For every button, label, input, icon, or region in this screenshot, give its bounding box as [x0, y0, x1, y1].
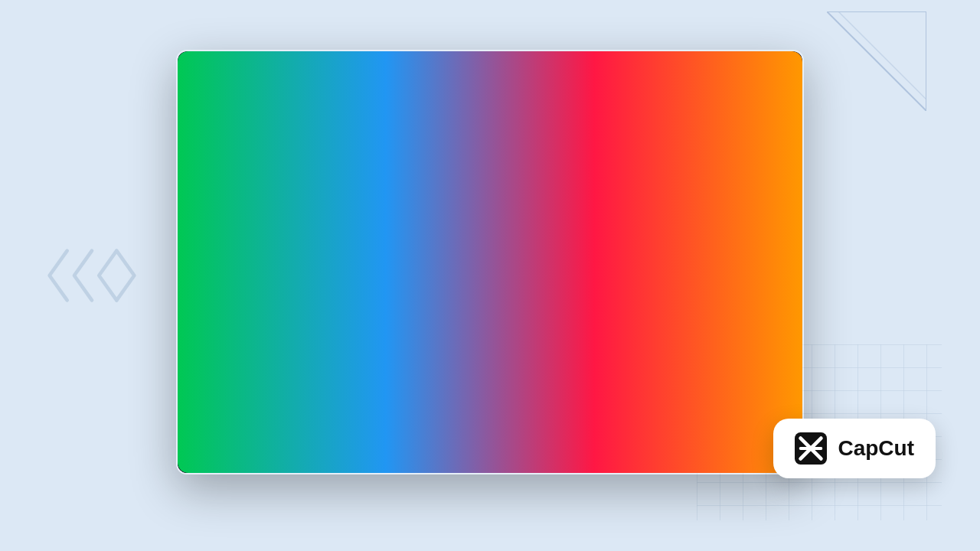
- sparkle-red-star: [423, 305, 435, 317]
- nav-help-icon: ?: [694, 96, 698, 106]
- sparkle-white-3: [415, 266, 426, 277]
- nav-link-create-chevron: [446, 99, 452, 103]
- sparkle-yellow-arrow: [495, 297, 506, 312]
- nav-signup-button[interactable]: Sign up: [740, 86, 787, 116]
- svg-marker-1: [838, 11, 926, 99]
- capcut-logo-icon: [193, 93, 210, 109]
- nav-link-resources-chevron: [518, 99, 524, 103]
- nav-link-templates-badge: New: [327, 96, 348, 106]
- nav-links: Templates New Tools Create Resources Bus…: [273, 93, 690, 109]
- nav-link-tools[interactable]: Tools: [357, 93, 404, 109]
- nav-link-business-chevron: [607, 99, 613, 103]
- dot-yellow: [465, 282, 472, 289]
- sparkle-blue-star: [668, 228, 681, 242]
- nav-logo[interactable]: CapCut: [193, 93, 255, 109]
- browser-inner: CapCut Templates New Tools Create Resour…: [178, 51, 802, 473]
- traffic-light-yellow[interactable]: [205, 64, 214, 73]
- bg-triangle-decoration: [827, 11, 926, 111]
- nav-signin-button[interactable]: Sign in: [710, 90, 731, 112]
- hero-title: Free all-in-one video editor for everyon…: [268, 210, 712, 296]
- nav-link-resources[interactable]: Resources: [462, 93, 533, 109]
- nav-link-business-label: Business: [541, 96, 580, 106]
- browser-window: CapCut Templates New Tools Create Resour…: [176, 50, 804, 474]
- svg-rect-12: [573, 163, 688, 186]
- nav-link-tools-label: Tools: [364, 96, 387, 106]
- nav-link-tools-chevron: [390, 99, 397, 103]
- sparkle-white-2: [327, 335, 339, 347]
- navbar: CapCut Templates New Tools Create Resour…: [178, 85, 802, 117]
- svg-marker-18: [495, 297, 506, 312]
- traffic-light-red[interactable]: [190, 64, 199, 73]
- sparkle-green-arrow: [629, 278, 643, 292]
- sparkle-yellow-1: [530, 266, 542, 279]
- nav-help-button[interactable]: ?: [690, 93, 701, 109]
- sparkle-blue-diamond: [698, 194, 709, 204]
- nav-link-templates[interactable]: Templates New: [273, 93, 355, 109]
- browser-chrome: [178, 51, 802, 85]
- bg-arrow-decoration: [46, 245, 138, 306]
- nav-link-download-label: Download: [630, 96, 673, 106]
- capcut-card-logo-icon: [795, 432, 827, 465]
- dot-blue-1: [694, 247, 702, 255]
- nav-link-resources-label: Resources: [469, 96, 515, 106]
- nav-link-create-label: Create: [413, 96, 443, 106]
- hero-cta-button[interactable]: Sign up for free: [420, 353, 560, 383]
- hero-wave: [178, 384, 802, 473]
- capcut-card-name: CapCut: [838, 436, 914, 461]
- sparkle-red-triangle: [377, 335, 387, 346]
- dot-green: [610, 247, 618, 255]
- sparkle-yellow-2: [553, 293, 567, 307]
- dot-red: [384, 297, 394, 306]
- nav-logo-text: CapCut: [214, 95, 255, 108]
- svg-marker-15: [698, 194, 709, 204]
- sparkle-green-star: [587, 266, 599, 279]
- nav-link-templates-label: Templates: [281, 96, 325, 106]
- sparkle-white-1: [235, 190, 250, 205]
- svg-marker-16: [629, 278, 643, 292]
- svg-marker-17: [377, 335, 387, 346]
- capcut-brand-card: CapCut: [773, 419, 936, 478]
- nav-link-download-chevron: [676, 99, 682, 103]
- svg-marker-0: [827, 11, 926, 111]
- nav-right: ? Sign in Sign up: [690, 86, 787, 116]
- nav-link-download[interactable]: Download: [622, 93, 691, 109]
- traffic-light-green[interactable]: [220, 64, 230, 73]
- nav-link-business-badge: New: [583, 96, 603, 106]
- nav-link-create[interactable]: Create: [406, 93, 460, 109]
- nav-link-business[interactable]: Business New: [534, 93, 620, 109]
- hero-subtitle: Flexible editing, magical AI tools, team…: [268, 307, 712, 334]
- hero-section: Free all-in-one video editor for everyon…: [178, 117, 802, 473]
